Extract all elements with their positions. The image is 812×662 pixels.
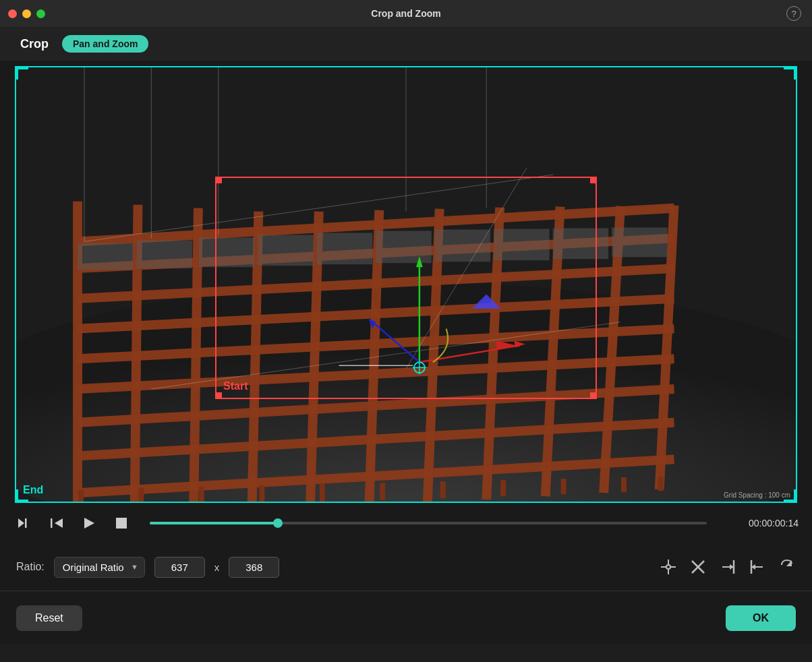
ratio-select[interactable]: Original Ratio 16:9 4:3 1:1 9:16 — [54, 557, 145, 578]
svg-marker-66 — [84, 518, 94, 529]
reset-button[interactable]: Reset — [16, 605, 82, 631]
svg-rect-67 — [116, 518, 127, 529]
ratio-label: Ratio: — [16, 561, 45, 573]
dimension-x-separator: x — [214, 562, 220, 573]
crop-handle-bl[interactable] — [215, 392, 222, 399]
video-preview: Start End Grid Spacing : 100 cm — [15, 66, 797, 503]
timeline-fill — [150, 522, 278, 524]
align-left-button[interactable] — [749, 558, 766, 576]
crop-handle-tl[interactable] — [215, 177, 222, 183]
svg-rect-31 — [612, 228, 667, 258]
ok-button[interactable]: OK — [726, 605, 796, 631]
timeline-slider[interactable] — [150, 522, 707, 524]
timeline-thumb[interactable] — [273, 518, 283, 528]
step-back-button[interactable] — [46, 512, 67, 534]
svg-line-13 — [194, 208, 198, 502]
bottom-bar: Reset OK — [0, 591, 812, 644]
scene: Start — [16, 67, 796, 502]
ratio-action-icons — [660, 558, 796, 576]
start-label: Start — [223, 380, 248, 392]
flip-button[interactable] — [778, 558, 796, 576]
crop-free-button[interactable] — [689, 558, 707, 576]
ratio-bar: Ratio: Original Ratio 16:9 4:3 1:1 9:16 … — [0, 543, 812, 591]
grid-spacing-label: Grid Spacing : 100 cm — [724, 491, 790, 499]
tab-crop[interactable]: Crop — [20, 37, 49, 51]
crop-handle-tr[interactable] — [590, 177, 597, 183]
window-title: Crop and Zoom — [371, 8, 440, 19]
svg-rect-63 — [25, 518, 27, 528]
svg-marker-65 — [55, 518, 63, 528]
window-controls — [8, 9, 45, 18]
svg-marker-62 — [18, 518, 24, 528]
titlebar: Crop and Zoom ? — [0, 0, 812, 27]
tab-bar: Crop Pan and Zoom — [0, 27, 812, 61]
align-right-button[interactable] — [719, 558, 736, 576]
svg-rect-23 — [136, 240, 192, 268]
playback-controls: 00:00:00:14 — [0, 503, 812, 543]
timecode: 00:00:00:14 — [724, 518, 799, 529]
svg-rect-22 — [78, 243, 134, 270]
close-button[interactable] — [8, 9, 17, 18]
rewind-button[interactable] — [13, 512, 35, 534]
stop-button[interactable] — [111, 512, 132, 534]
crop-region[interactable]: Start — [215, 177, 597, 399]
crop-center-button[interactable] — [660, 558, 677, 576]
minimize-button[interactable] — [22, 9, 31, 18]
tab-pan-and-zoom[interactable]: Pan and Zoom — [62, 35, 148, 53]
height-input[interactable] — [229, 557, 279, 578]
help-button[interactable]: ? — [786, 6, 801, 21]
svg-point-72 — [666, 565, 670, 569]
corner-tl — [16, 67, 28, 80]
corner-tr — [784, 67, 796, 80]
maximize-button[interactable] — [36, 9, 45, 18]
play-button[interactable] — [78, 512, 100, 534]
svg-rect-64 — [51, 518, 53, 528]
crop-handle-br[interactable] — [590, 392, 597, 399]
width-input[interactable] — [154, 557, 205, 578]
end-label: End — [23, 484, 43, 496]
ratio-select-wrapper[interactable]: Original Ratio 16:9 4:3 1:1 9:16 ▼ — [54, 557, 145, 578]
